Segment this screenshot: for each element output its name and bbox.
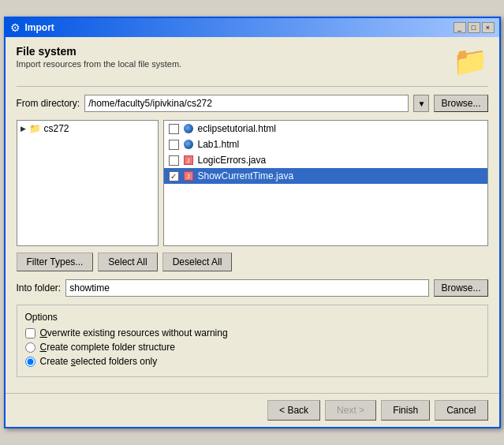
into-folder-input[interactable] <box>65 279 429 297</box>
from-directory-input[interactable] <box>84 95 409 112</box>
selected-folders-radio[interactable] <box>25 357 35 367</box>
tree-expand-arrow: ▶ <box>21 125 26 133</box>
option-overwrite: Overwrite existing resources without war… <box>25 327 480 338</box>
maximize-button[interactable]: □ <box>468 22 480 33</box>
into-folder-row: Into folder: Browse... <box>17 279 488 297</box>
minimize-button[interactable]: _ <box>454 22 466 33</box>
cancel-button[interactable]: Cancel <box>435 400 487 421</box>
file-checkbox-2[interactable] <box>169 155 179 166</box>
header-section: File system Import resources from the lo… <box>17 45 488 78</box>
complete-folder-radio[interactable] <box>25 342 35 353</box>
file-name-2: LogicErrors.java <box>198 155 267 166</box>
tree-item-cs272[interactable]: ▶ 📁 cs272 <box>17 121 158 136</box>
browse-folder-button[interactable]: Browse... <box>434 279 487 297</box>
page-title: File system <box>17 45 182 58</box>
close-button[interactable]: × <box>482 22 495 33</box>
selected-folders-label: Create selected folders only <box>40 356 158 367</box>
page-subtitle: Import resources from the local file sys… <box>17 59 182 69</box>
title-bar: ⚙ Import _ □ × <box>6 18 499 37</box>
window-icon: ⚙ <box>10 21 21 34</box>
header-folder-icon: 📁 <box>453 45 488 78</box>
tree-item-label: cs272 <box>44 123 69 134</box>
next-button[interactable]: Next > <box>325 400 376 421</box>
overwrite-label: Overwrite existing resources without war… <box>40 327 228 338</box>
list-item[interactable]: ✓ J ShowCurrentTime.java <box>164 168 487 184</box>
from-directory-label: From directory: <box>17 98 80 109</box>
from-directory-row: From directory: ▼ Browse... <box>17 95 488 112</box>
file-tree-panel[interactable]: ▶ 📁 cs272 <box>17 120 159 246</box>
file-name-0: eclipsetutorial.html <box>198 123 276 134</box>
title-controls: _ □ × <box>454 22 495 33</box>
browse-directory-button[interactable]: Browse... <box>434 95 487 112</box>
bottom-bar: < Back Next > Finish Cancel <box>6 393 499 427</box>
finish-button[interactable]: Finish <box>381 400 430 421</box>
back-button[interactable]: < Back <box>267 400 320 421</box>
file-checkbox-3[interactable]: ✓ <box>169 171 179 181</box>
dropdown-button[interactable]: ▼ <box>413 95 429 112</box>
html-icon-0 <box>184 124 193 133</box>
java-icon-2: J <box>184 155 193 165</box>
filter-types-button[interactable]: Filter Types... <box>17 252 94 271</box>
into-folder-label: Into folder: <box>17 282 62 294</box>
title-bar-left: ⚙ Import <box>10 21 54 34</box>
file-checkbox-0[interactable] <box>169 124 179 134</box>
file-checkbox-1[interactable] <box>169 140 179 150</box>
window-title: Import <box>25 22 54 33</box>
header-text: File system Import resources from the lo… <box>17 45 182 69</box>
main-panels: ▶ 📁 cs272 eclipsetutorial.html Lab1.html <box>17 120 488 246</box>
folder-icon: 📁 <box>29 123 41 134</box>
complete-folder-label: Create complete folder structure <box>40 342 175 353</box>
list-item[interactable]: J LogicErrors.java <box>164 152 487 168</box>
overwrite-checkbox[interactable] <box>25 328 35 338</box>
file-name-1: Lab1.html <box>198 139 240 150</box>
option-selected-folders: Create selected folders only <box>25 356 480 367</box>
separator <box>17 86 488 87</box>
deselect-all-button[interactable]: Deselect All <box>162 252 233 271</box>
options-title: Options <box>25 312 480 323</box>
import-dialog: ⚙ Import _ □ × File system Import resour… <box>4 17 501 428</box>
html-icon-1 <box>184 140 193 149</box>
file-list-panel[interactable]: eclipsetutorial.html Lab1.html J LogicEr… <box>163 120 488 246</box>
select-all-button[interactable]: Select All <box>98 252 157 271</box>
action-button-row: Filter Types... Select All Deselect All <box>17 252 488 271</box>
dialog-content: File system Import resources from the lo… <box>6 37 499 393</box>
list-item[interactable]: Lab1.html <box>164 136 487 152</box>
option-complete-folder: Create complete folder structure <box>25 342 480 353</box>
java-icon-3: J <box>184 171 193 181</box>
list-item[interactable]: eclipsetutorial.html <box>164 121 487 136</box>
file-name-3: ShowCurrentTime.java <box>198 170 294 181</box>
options-group: Options Overwrite existing resources wit… <box>17 305 488 377</box>
